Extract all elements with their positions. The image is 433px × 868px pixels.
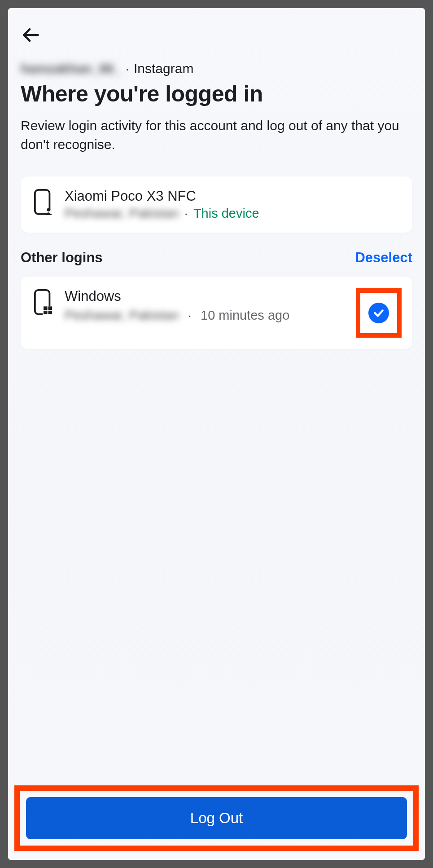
current-device-card[interactable]: Xiaomi Poco X3 NFC Peshawar, Pakistan · … [21, 176, 412, 233]
selected-checkbox[interactable] [368, 303, 389, 323]
phone-icon [33, 189, 54, 212]
deselect-button[interactable]: Deselect [355, 250, 412, 266]
separator-dot: · [184, 308, 195, 322]
account-line: hamzakhan_86_ · Instagram [21, 61, 412, 76]
svg-rect-4 [44, 306, 48, 310]
login-location: Peshawar, Pakistan [65, 308, 179, 322]
check-icon [373, 307, 385, 319]
current-device-body: Xiaomi Poco X3 NFC Peshawar, Pakistan · … [65, 188, 400, 221]
outer-frame: hamzakhan_86_ · Instagram Where you're l… [0, 0, 433, 868]
current-device-name: Xiaomi Poco X3 NFC [65, 188, 400, 204]
login-body: Windows Peshawar, Pakistan · 10 minutes … [65, 288, 345, 325]
separator-dot: · [126, 61, 129, 76]
login-meta: Peshawar, Pakistan · 10 minutes ago [65, 306, 345, 325]
logout-button[interactable]: Log Out [26, 797, 407, 839]
page-title: Where you're logged in [21, 82, 412, 106]
login-time: 10 minutes ago [201, 308, 289, 322]
this-device-badge: This device [193, 206, 259, 221]
other-logins-title: Other logins [21, 250, 103, 266]
login-card[interactable]: Windows Peshawar, Pakistan · 10 minutes … [21, 277, 412, 349]
current-device-meta: Peshawar, Pakistan · This device [65, 206, 400, 221]
top-bar [8, 8, 425, 53]
svg-point-2 [47, 208, 51, 211]
svg-rect-5 [48, 306, 52, 310]
computer-icon [33, 289, 54, 313]
login-device-name: Windows [65, 288, 345, 304]
bottom-area: Log Out [14, 785, 419, 851]
account-platform: Instagram [134, 61, 193, 76]
highlight-logout: Log Out [14, 785, 419, 851]
account-username: hamzakhan_86_ [21, 61, 121, 76]
svg-rect-7 [48, 311, 52, 314]
svg-rect-6 [44, 311, 48, 314]
page-subtitle: Review login activity for this account a… [21, 116, 412, 154]
arrow-left-icon [21, 25, 40, 45]
screen: hamzakhan_86_ · Instagram Where you're l… [8, 8, 425, 860]
other-logins-header: Other logins Deselect [8, 233, 425, 274]
current-device-location: Peshawar, Pakistan [65, 206, 179, 221]
back-button[interactable] [21, 24, 43, 46]
highlight-checkbox [356, 288, 402, 338]
header-section: hamzakhan_86_ · Instagram Where you're l… [8, 53, 425, 167]
separator-dot: · [181, 206, 192, 221]
